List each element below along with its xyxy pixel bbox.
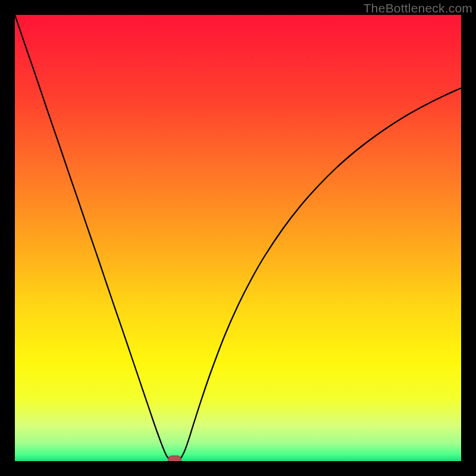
watermark-text: TheBottleneck.com [364,1,472,15]
frame-right [461,0,476,476]
frame-bottom [0,461,476,476]
bottleneck-chart [0,0,476,476]
frame-left [0,0,15,476]
chart-stage: TheBottleneck.com [0,0,476,476]
plot-background [15,15,461,461]
